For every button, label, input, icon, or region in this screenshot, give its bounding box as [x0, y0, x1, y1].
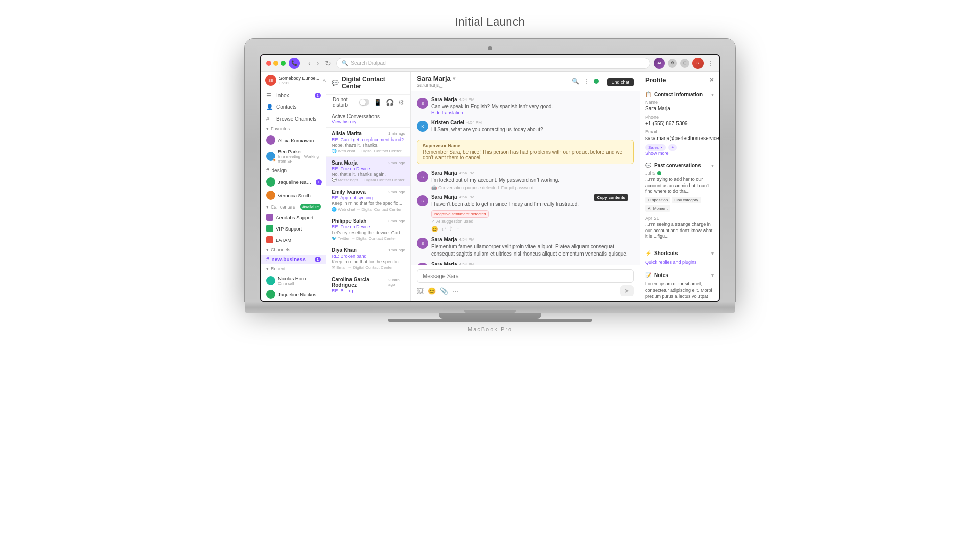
conv-alisia-subject: RE: Can I get a replacement band?: [332, 137, 405, 142]
send-button[interactable]: ➤: [620, 285, 634, 296]
conv-alisia[interactable]: Alisia Marita 1min ago RE: Can I get a r…: [326, 128, 410, 157]
dropdown-icon[interactable]: ▾: [453, 76, 455, 81]
maximize-dot[interactable]: [281, 61, 286, 66]
browser-dots: [266, 61, 286, 66]
settings-icon[interactable]: ⚙: [668, 59, 677, 68]
shortcuts-icon: ⚡: [645, 250, 651, 256]
refresh-button[interactable]: ↻: [323, 58, 333, 68]
contact-veronica[interactable]: Veronica Smith: [261, 189, 326, 202]
settings-dnd-icon[interactable]: ⚙: [398, 99, 404, 106]
sidebar-item-browse-channels[interactable]: # Browse Channels: [261, 113, 326, 124]
copy-tooltip[interactable]: Copy contents: [594, 194, 628, 201]
contact-ben[interactable]: Ben Parker In a meeting · Working from S…: [261, 147, 326, 166]
chat-user-name: Sara Marja ▾: [417, 75, 455, 82]
contacts-icon: 👤: [266, 104, 273, 110]
conv-philippe-time: 3min ago: [388, 219, 405, 223]
msg1-sender: Sara Marja 4:54 PM: [431, 97, 634, 102]
conv-sara[interactable]: Sara Marja 2min ago RE: Frozen Device No…: [326, 157, 410, 186]
minimize-dot[interactable]: [273, 61, 278, 66]
emoji-input-icon[interactable]: 😊: [428, 287, 436, 295]
channel-new-business[interactable]: # new-business 1: [261, 255, 326, 264]
bookmark-icon[interactable]: ⊞: [680, 59, 689, 68]
sidebar-user[interactable]: SE Somebody Eunoe... 06:01 Ai ⋯: [261, 72, 326, 89]
recent-nicolas[interactable]: Nicolas Horn On a call: [261, 273, 326, 288]
notes-section: 📝 Notes ▾ Lorem ipsum dolor sit amet, co…: [640, 269, 719, 301]
more-input-icon[interactable]: ⋯: [452, 287, 459, 295]
chat-input-area: 🖼 😊 📎 ⋯ ➤: [411, 265, 640, 301]
aerolabs-item[interactable]: Aerolabs Support: [261, 212, 326, 223]
channels-section[interactable]: ▾ Channels: [261, 245, 326, 255]
conv-diya-time: 1min ago: [388, 248, 405, 252]
address-bar[interactable]: 🔍 Search Dialpad: [336, 58, 650, 69]
msg5-sender: Sara Marja 4:54 PM: [431, 237, 634, 242]
user-avatar-browser[interactable]: S: [692, 58, 704, 69]
search-chat-icon[interactable]: 🔍: [572, 78, 579, 85]
vip-item[interactable]: VIP Support: [261, 223, 326, 234]
browser-nav: ‹ › ↻: [306, 58, 333, 68]
shortcuts-title[interactable]: ⚡ Shortcuts ▾: [645, 250, 714, 256]
favorites-section[interactable]: ▾ Favorites: [261, 124, 326, 133]
headphone-icon[interactable]: 🎧: [386, 99, 394, 106]
reply-action-icon[interactable]: ↩: [441, 226, 446, 233]
sidebar-item-contacts[interactable]: 👤 Contacts: [261, 101, 326, 113]
whisper-text: Remember Sara, be nice! This person has …: [423, 149, 628, 160]
conv-sara-subject: RE: Frozen Device: [332, 166, 405, 171]
chat-icon: 💬: [332, 80, 339, 86]
show-more-link[interactable]: Show more: [645, 151, 714, 156]
conv-carolina[interactable]: Carolina Garcia Rodriguez 20min ago RE: …: [326, 273, 410, 297]
past-convos-icon: 💬: [645, 163, 651, 168]
image-input-icon[interactable]: 🖼: [417, 287, 424, 295]
message-input[interactable]: [417, 269, 634, 283]
more-chat-icon[interactable]: ⋮: [584, 78, 590, 85]
add-tag[interactable]: +: [668, 144, 677, 151]
msg1-translate[interactable]: Hide translation: [431, 110, 634, 116]
past-convos-section: 💬 Past conversations ▾ Jul 5: [640, 159, 719, 247]
more-icon[interactable]: ⋮: [707, 59, 714, 67]
contact-info-title[interactable]: 📋 Contact information ▾: [645, 91, 714, 97]
profile-title: Profile: [645, 76, 666, 84]
dnd-label: Do not disturb: [333, 97, 355, 108]
shortcuts-link[interactable]: Quick replies and plugins: [645, 259, 714, 266]
sidebar-item-inbox[interactable]: ☰ Inbox 1: [261, 89, 326, 101]
latam-item[interactable]: LATAM: [261, 234, 326, 245]
conv-philippe[interactable]: Philippe Salah 3min ago RE: Frozen Devic…: [326, 215, 410, 244]
sales-tag: Sales ×: [645, 144, 666, 151]
active-convos-label: Active Conversations: [332, 113, 380, 119]
macbook-foot: [388, 319, 592, 322]
conv-philippe-channel: 🐦 Twitter → Digital Contact Center: [332, 236, 405, 241]
contact-alicia[interactable]: Alicia Kurniawan: [261, 133, 326, 147]
end-chat-tooltip[interactable]: End chat: [607, 78, 634, 86]
online-indicator: [594, 79, 599, 84]
sara-avatar-4: S: [417, 195, 428, 206]
chevron-channels-icon: ▾: [266, 247, 269, 252]
contact-jaqueline[interactable]: Jaqueline Nackos, Lori... 1: [261, 175, 326, 189]
recent-jaqueline[interactable]: Jaqueline Nackos: [261, 288, 326, 301]
tag-remove-icon[interactable]: ×: [660, 145, 663, 150]
recent-section[interactable]: ▾ Recent: [261, 264, 326, 273]
conv-diya-subject: RE: Broken band: [332, 254, 405, 259]
conv-emily[interactable]: Emily Ivanova 2min ago RE: App not synci…: [326, 186, 410, 215]
call-centers-section[interactable]: ▾ Call centers Available: [261, 202, 326, 212]
forward-button[interactable]: ›: [315, 58, 321, 68]
emoji-action-icon[interactable]: 😊: [431, 226, 438, 233]
design-label: design: [272, 168, 287, 173]
nicolas-name: Nicolas Horn: [278, 275, 306, 281]
back-button[interactable]: ‹: [306, 58, 313, 68]
vip-name: VIP Support: [276, 226, 322, 232]
phone-dnd-icon[interactable]: 📱: [374, 99, 382, 106]
channel-design[interactable]: # design: [261, 166, 326, 175]
attachment-input-icon[interactable]: 📎: [440, 287, 448, 295]
latam-name: LATAM: [276, 237, 322, 243]
dnd-toggle[interactable]: [359, 99, 369, 106]
view-history-link[interactable]: View history: [332, 119, 405, 124]
forward-action-icon[interactable]: ⤴: [449, 226, 452, 233]
ben-avatar: [266, 152, 275, 161]
conv-sara-channel: 💬 Messenger → Digital Contact Center: [332, 178, 405, 182]
past-convos-title[interactable]: 💬 Past conversations ▾: [645, 163, 714, 168]
conv-diya[interactable]: Diya Khan 1min ago RE: Broken band Keep …: [326, 244, 410, 273]
close-dot[interactable]: [266, 61, 271, 66]
profile-close-button[interactable]: ×: [710, 76, 714, 84]
alicia-avatar: [266, 135, 275, 145]
more-action-icon[interactable]: ⋮: [455, 226, 461, 233]
notes-title[interactable]: 📝 Notes ▾: [645, 272, 714, 278]
